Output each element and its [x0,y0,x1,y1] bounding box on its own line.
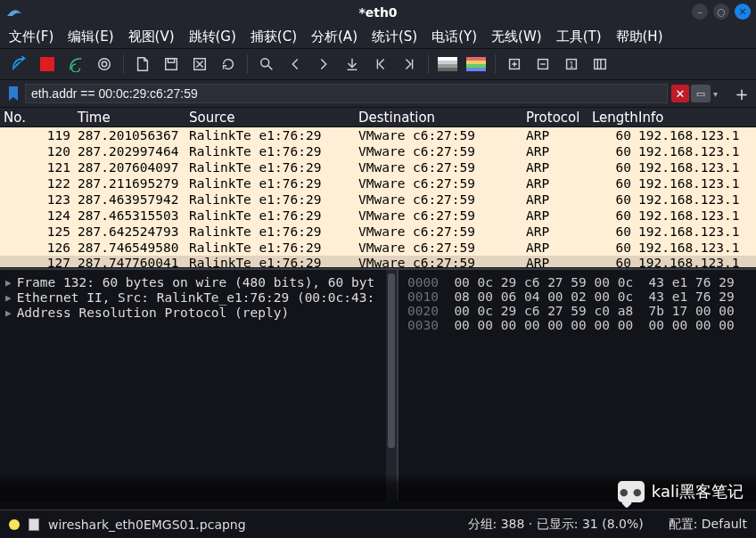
menu-capture[interactable]: 捕获(C) [251,29,297,45]
close-button[interactable]: ✕ [735,4,751,20]
status-packets: 分组: 388 · 已显示: 31 (8.0%) [468,517,644,533]
tree-frame[interactable]: Frame 132: 60 bytes on wire (480 bits), … [17,275,375,289]
window-title: *eth0 [358,5,397,20]
menu-file[interactable]: 文件(F) [9,29,53,45]
col-info[interactable]: Info [635,110,756,126]
packet-row[interactable]: 123287.463957942RalinkTe_e1:76:29VMware_… [0,192,756,208]
col-no[interactable]: No. [0,110,74,126]
display-filter-input[interactable] [25,84,668,103]
expand-icon[interactable]: ▶ [5,275,12,290]
go-back-button[interactable] [282,51,308,77]
packet-row[interactable]: 119287.201056367RalinkTe_e1:76:29VMware_… [0,127,756,143]
svg-point-5 [261,59,269,67]
go-forward-button[interactable] [310,51,337,77]
menu-analyze[interactable]: 分析(A) [311,29,357,45]
hex-row[interactable]: 0030 00 00 00 00 00 00 00 00 00 00 00 00 [407,318,751,332]
filter-apply-button[interactable]: ▭ [691,85,711,102]
save-file-button[interactable] [158,51,185,77]
packet-row[interactable]: 120287.202997464RalinkTe_e1:76:29VMware_… [0,143,756,159]
filter-clear-button[interactable]: ✕ [671,85,689,102]
resize-columns-button[interactable] [587,51,613,77]
menu-edit[interactable]: 编辑(E) [68,29,113,45]
status-profile[interactable]: 配置: Default [669,517,747,533]
packet-bytes-pane[interactable]: 0000 00 0c 29 c6 27 59 00 0c 43 e1 76 29… [399,270,756,501]
zoom-reset-button[interactable]: 1 [558,51,585,77]
tree-ethernet[interactable]: Ethernet II, Src: RalinkTe_e1:76:29 (00:… [17,290,375,305]
filter-add-button[interactable]: + [733,85,751,102]
status-bar: wireshark_eth0EMGS01.pcapng 分组: 388 · 已显… [0,509,756,538]
reload-button[interactable] [215,51,242,77]
minimize-button[interactable]: – [692,4,708,20]
svg-point-1 [102,61,106,66]
packet-row[interactable]: 127287.747760041RalinkTe_e1:76:29VMware_… [0,256,756,267]
expand-icon[interactable]: ▶ [5,306,12,321]
hex-row[interactable]: 0010 08 00 06 04 00 02 00 0c 43 e1 76 29 [407,289,751,304]
menu-help[interactable]: 帮助(H) [616,29,663,45]
svg-text:1: 1 [569,61,573,69]
packet-row[interactable]: 126287.746549580RalinkTe_e1:76:29VMware_… [0,240,756,256]
packet-details-pane[interactable]: ▶Frame 132: 60 bytes on wire (480 bits),… [0,270,399,501]
svg-rect-2 [166,59,177,70]
go-first-button[interactable] [367,51,394,77]
menu-tools[interactable]: 工具(T) [556,29,602,45]
tree-arp[interactable]: Address Resolution Protocol (reply) [17,306,290,320]
main-toolbar: 1 [0,48,756,80]
maximize-button[interactable]: ○ [713,4,729,20]
expert-info-icon[interactable] [9,519,20,530]
stop-capture-button[interactable] [34,51,61,77]
open-file-button[interactable] [129,51,156,77]
find-button[interactable] [253,51,280,77]
colorize-button[interactable] [434,51,461,77]
packet-row[interactable]: 124287.465315503RalinkTe_e1:76:29VMware_… [0,208,756,224]
col-destination[interactable]: Destination [355,110,522,126]
menu-goto[interactable]: 跳转(G) [189,29,236,45]
zoom-in-button[interactable] [501,51,528,77]
menu-view[interactable]: 视图(V) [128,29,175,45]
expand-icon[interactable]: ▶ [5,290,12,306]
packet-list[interactable]: 119287.201056367RalinkTe_e1:76:29VMware_… [0,127,756,268]
hex-row[interactable]: 0000 00 0c 29 c6 27 59 00 0c 43 e1 76 29 [407,275,751,289]
menu-stats[interactable]: 统计(S) [372,29,417,45]
col-length[interactable]: Length [588,110,635,126]
menu-telephony[interactable]: 电话(Y) [431,29,477,45]
filter-history-dropdown[interactable]: ▾ [713,89,724,99]
zoom-out-button[interactable] [530,51,556,77]
details-scrollbar[interactable] [386,270,397,501]
svg-rect-3 [168,59,174,63]
svg-point-0 [99,59,111,70]
status-filename: wireshark_eth0EMGS01.pcapng [48,518,246,532]
go-last-button[interactable] [396,51,423,77]
col-protocol[interactable]: Protocol [522,110,588,126]
hex-row[interactable]: 0020 00 0c 29 c6 27 59 c0 a8 7b 17 00 00 [407,304,751,318]
col-source[interactable]: Source [185,110,355,126]
start-capture-button[interactable] [5,51,32,77]
restart-capture-button[interactable] [62,51,89,77]
packet-list-header: No. Time Source Destination Protocol Len… [0,107,756,127]
menu-wireless[interactable]: 无线(W) [491,29,542,45]
capture-file-icon[interactable] [29,518,39,531]
distro-icon [5,4,23,21]
auto-scroll-button[interactable] [463,51,489,77]
capture-options-button[interactable] [91,51,118,77]
packet-row[interactable]: 125287.642524793RalinkTe_e1:76:29VMware_… [0,224,756,240]
filter-bar: ✕ ▭ ▾ + [0,80,756,107]
close-file-button[interactable] [186,51,213,77]
title-bar: *eth0 – ○ ✕ [0,0,756,25]
col-time[interactable]: Time [74,110,185,126]
packet-row[interactable]: 122287.211695279RalinkTe_e1:76:29VMware_… [0,175,756,192]
menu-bar: 文件(F) 编辑(E) 视图(V) 跳转(G) 捕获(C) 分析(A) 统计(S… [0,25,756,48]
go-to-packet-button[interactable] [339,51,366,77]
svg-rect-10 [595,60,606,69]
filter-bookmark-icon[interactable] [5,86,21,102]
packet-row[interactable]: 121287.207604097RalinkTe_e1:76:29VMware_… [0,159,756,175]
